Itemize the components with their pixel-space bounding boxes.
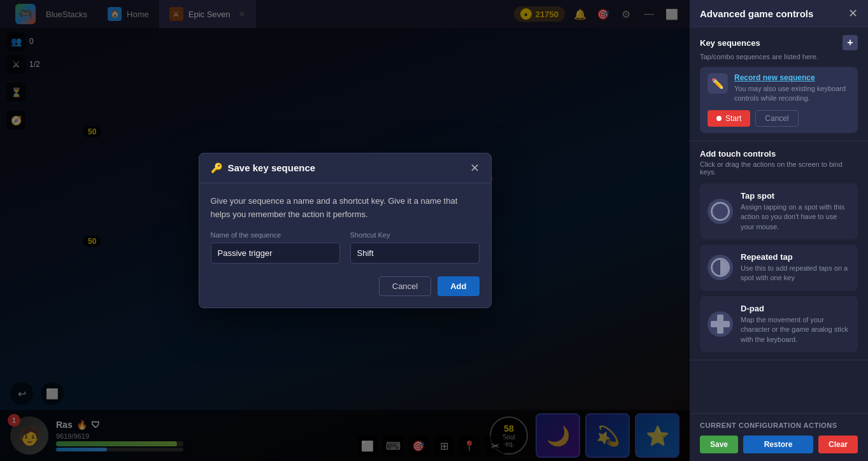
record-description: You may also use existing keyboard contr… — [734, 84, 850, 104]
touch-controls-section: Add touch controls Click or drag the act… — [690, 141, 868, 360]
tap-spot-icon — [708, 199, 733, 224]
repeated-tap-control[interactable]: Repeated tap Use this to add repeated ta… — [700, 245, 858, 291]
save-sequence-modal: 🔑 Save key sequence ✕ Give your sequence… — [199, 153, 492, 309]
record-header: ✏️ Record new sequence You may also use … — [708, 73, 850, 104]
modal-fields: Name of the sequence Shortcut Key — [211, 231, 480, 264]
panel-close-button[interactable]: ✕ — [848, 8, 858, 19]
save-button[interactable]: Save — [700, 436, 738, 453]
start-recording-button[interactable]: Start — [708, 110, 750, 127]
repeated-tap-info: Repeated tap Use this to add repeated ta… — [741, 252, 850, 283]
shortcut-key-input[interactable] — [350, 243, 480, 264]
dpad-desc: Map the movement of your character or th… — [741, 315, 850, 344]
sequence-name-input[interactable] — [211, 243, 340, 264]
restore-button[interactable]: Restore — [743, 436, 813, 453]
modal-title-icon: 🔑 — [211, 162, 223, 174]
record-new-sequence-link[interactable]: Record new sequence — [734, 73, 850, 82]
touch-controls-title: Add touch controls — [700, 149, 858, 159]
dpad-info: D-pad Map the movement of your character… — [741, 304, 850, 344]
tap-spot-name: Tap spot — [741, 191, 850, 201]
sequence-name-field-group: Name of the sequence — [211, 231, 340, 264]
add-sequence-button[interactable]: + — [843, 35, 858, 50]
key-sequences-title-text: Key sequences — [700, 38, 760, 48]
modal-add-button[interactable]: Add — [438, 276, 479, 296]
clear-button[interactable]: Clear — [818, 436, 858, 453]
sequence-name-label: Name of the sequence — [211, 231, 340, 239]
config-title: Current configuration actions — [700, 422, 858, 429]
shortcut-key-label: Shortcut Key — [350, 231, 480, 239]
dpad-control[interactable]: D-pad Map the movement of your character… — [700, 296, 858, 352]
modal-actions: Cancel Add — [211, 276, 480, 296]
modal-header: 🔑 Save key sequence ✕ — [199, 153, 491, 183]
config-buttons: Save Restore Clear — [700, 436, 858, 453]
tap-spot-desc: Assign tapping on a spot with this actio… — [741, 202, 850, 232]
record-actions: Start Cancel — [708, 110, 850, 127]
tap-spot-control[interactable]: Tap spot Assign tapping on a spot with t… — [700, 183, 858, 239]
shortcut-key-field-group: Shortcut Key — [350, 231, 480, 264]
recording-dot — [716, 116, 722, 121]
config-section: Current configuration actions Save Resto… — [690, 413, 868, 461]
modal-title-text: Save key sequence — [228, 162, 316, 173]
modal-title: 🔑 Save key sequence — [211, 162, 316, 174]
key-sequences-subtitle: Tap/combo sequences are listed here. — [700, 53, 858, 60]
cancel-recording-button[interactable]: Cancel — [755, 110, 798, 127]
touch-controls-subtitle: Click or drag the actions on the screen … — [700, 160, 858, 176]
key-sequences-title: Key sequences + — [700, 35, 858, 50]
modal-body: Give your sequence a name and a shortcut… — [199, 183, 491, 308]
tap-spot-info: Tap spot Assign tapping on a spot with t… — [741, 191, 850, 232]
start-label: Start — [725, 114, 741, 123]
record-icon: ✏️ — [708, 73, 728, 94]
dpad-name: D-pad — [741, 304, 850, 313]
repeated-tap-icon — [708, 255, 733, 280]
modal-close-button[interactable]: ✕ — [470, 162, 480, 174]
modal-cancel-button[interactable]: Cancel — [379, 276, 431, 296]
modal-overlay: 🔑 Save key sequence ✕ Give your sequence… — [0, 0, 690, 461]
repeated-tap-circle — [711, 258, 730, 277]
dpad-vertical — [717, 315, 723, 334]
panel-header: Advanced game controls ✕ — [690, 0, 868, 27]
tap-spot-circle — [711, 202, 730, 221]
dpad-icon — [708, 311, 733, 337]
key-sequences-section: Key sequences + Tap/combo sequences are … — [690, 27, 868, 141]
panel-title: Advanced game controls — [700, 8, 813, 19]
modal-description: Give your sequence a name and a shortcut… — [211, 195, 480, 222]
repeated-tap-desc: Use this to add repeated taps on a spot … — [741, 264, 850, 283]
repeated-tap-name: Repeated tap — [741, 252, 850, 262]
record-text: Record new sequence You may also use exi… — [734, 73, 850, 104]
record-card: ✏️ Record new sequence You may also use … — [700, 67, 858, 133]
dpad-circle — [711, 315, 730, 334]
right-panel: Advanced game controls ✕ Key sequences +… — [690, 0, 868, 461]
